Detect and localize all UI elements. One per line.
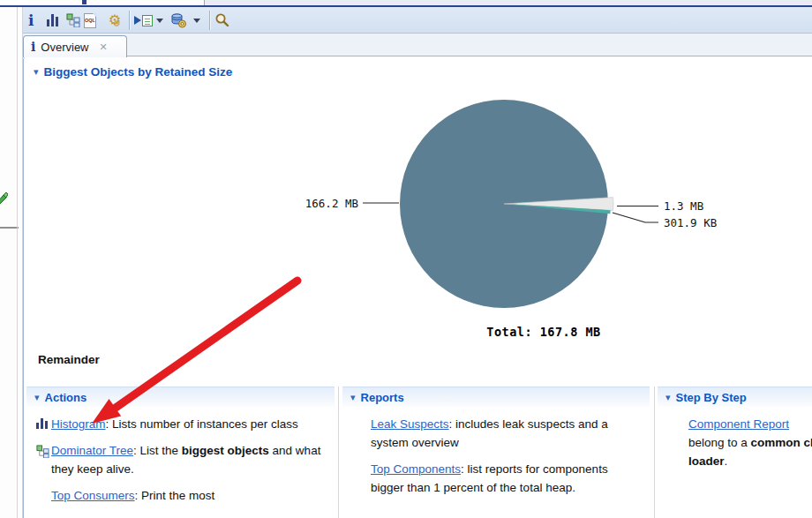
report-item-top-components: Top Components: list reports for compone… [342,460,650,497]
top-consumers-link[interactable]: Top Consumers [51,489,135,502]
step-by-step-header[interactable]: ▾ Step By Step [658,387,812,407]
overview-tab-icon: i [31,40,35,54]
close-icon[interactable]: ✕ [100,41,108,53]
reports-header[interactable]: ▾ Reports [342,387,650,407]
collapse-chevron-icon: ▾ [34,393,40,402]
pie-label-third: 301.9 KB [664,216,717,229]
collapse-chevron-icon: ▾ [665,393,671,402]
pie-total-label: Total: 167.8 MB [486,325,600,339]
dominator-tree-link[interactable]: Dominator Tree [51,444,133,457]
info-icon[interactable]: i [28,11,34,29]
top-components-link[interactable]: Top Components [371,462,461,476]
editor-toolbar: i OQL ⚙ ⚙ [23,7,812,34]
panel-actions: ▾ Actions Histogram: Lists number of ins… [26,387,335,518]
heap-dump-icon[interactable] [170,11,187,29]
retained-size-pie-chart: 166.2 MB 1.3 MB 301.9 KB Total: 167.8 MB [291,88,733,353]
step-item-component-report: Component Report belong to a common clas… [658,415,812,470]
action-item-histogram: Histogram: Lists number of instances per… [26,415,335,433]
editor-tab-bar: i Overview ✕ [23,34,812,56]
histogram-icon[interactable] [47,11,58,29]
histogram-icon [36,418,48,429]
action-item-dominator-tree: Dominator Tree: List the biggest objects… [26,441,335,478]
component-report-link[interactable]: Component Report [688,417,789,431]
oql-icon[interactable]: OQL [84,11,96,29]
sash-handle[interactable] [0,227,19,229]
collapse-chevron-icon[interactable]: ▾ [34,67,39,77]
heap-dump-dropdown-icon[interactable] [193,11,200,29]
section-biggest-objects[interactable]: ▾ Biggest Objects by Retained Size [34,65,232,79]
execute-query-icon[interactable] [134,11,153,29]
histogram-link[interactable]: Histogram [51,417,106,431]
restore-view-icon[interactable] [0,191,8,205]
panel-reports: ▾ Reports Leak Suspects: includes leak s… [342,387,650,518]
collapse-chevron-icon: ▾ [350,393,356,402]
panel-divider [654,387,655,518]
upper-tab-fragment [82,0,86,4]
panel-divider [338,387,339,518]
tab-label: Overview [41,41,88,54]
toolbar-separator [209,11,211,30]
action-item-top-consumers: Top Consumers: Print the most [26,486,335,505]
actions-header[interactable]: ▾ Actions [26,387,335,407]
section-title-text: Biggest Objects by Retained Size [44,65,233,79]
execute-query-dropdown-icon[interactable] [156,11,163,29]
left-view-strip [0,7,23,518]
dominator-tree-icon[interactable] [66,11,80,29]
panel-step-by-step: ▾ Step By Step Component Report belong t… [658,387,812,518]
leak-suspects-link[interactable]: Leak Suspects [371,417,449,431]
pie-label-second: 1.3 MB [664,199,703,213]
dominator-tree-icon [36,445,49,463]
legend-remainder: Remainder [38,353,100,366]
tab-overview[interactable]: i Overview ✕ [23,35,127,57]
customize-gears-icon[interactable]: ⚙ ⚙ [104,11,125,29]
search-icon[interactable] [214,11,230,29]
report-item-leak-suspects: Leak Suspects: includes leak suspects an… [342,415,650,452]
toolbar-separator [129,11,131,30]
pie-label-left: 166.2 MB [305,197,358,210]
